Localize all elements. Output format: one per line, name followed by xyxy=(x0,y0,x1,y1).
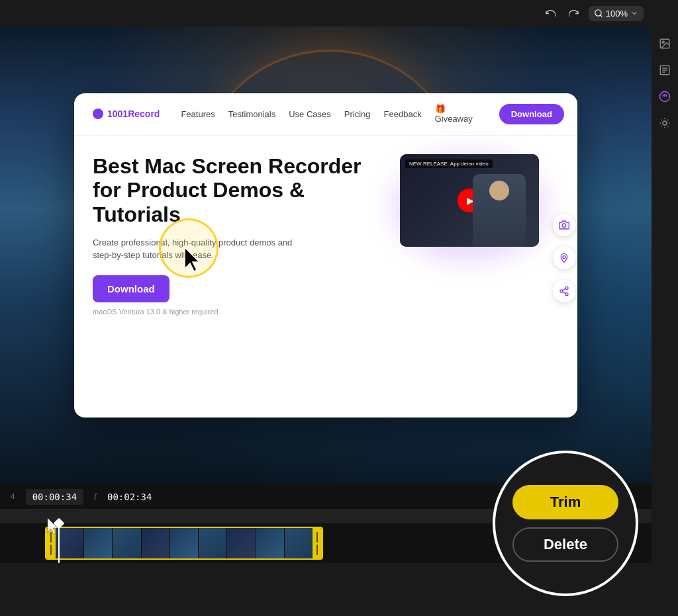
clip-indicator: 4 xyxy=(11,492,15,501)
svg-line-15 xyxy=(563,292,566,294)
svg-line-16 xyxy=(563,288,566,290)
svg-point-13 xyxy=(560,290,563,292)
top-toolbar: 100% xyxy=(0,0,678,26)
hero-subtitle: Create professional, high-quality produc… xyxy=(93,236,305,262)
site-hero: Best Mac Screen Recorder for Product Dem… xyxy=(74,136,577,329)
total-time: 00:02:34 xyxy=(107,492,152,502)
delete-button[interactable]: Delete xyxy=(512,527,618,562)
svg-point-9 xyxy=(663,121,667,125)
sidebar-icon-text[interactable] xyxy=(654,60,675,81)
sidebar-icon-effects[interactable] xyxy=(654,86,675,107)
hero-left: Best Mac Screen Recorder for Product Dem… xyxy=(93,154,387,316)
right-sidebar xyxy=(652,0,678,616)
trim-button[interactable]: Trim xyxy=(512,485,618,519)
nav-testimonials[interactable]: Testimonials xyxy=(228,109,276,119)
nav-features[interactable]: Features xyxy=(181,109,215,119)
time-separator: / xyxy=(94,492,97,502)
trim-delete-popup: Trim Delete xyxy=(493,451,638,596)
canvas-area: 1001Record Features Testimonials Use Cas… xyxy=(0,26,652,484)
nav-feedback[interactable]: Feedback xyxy=(384,109,422,119)
zoom-value: 100% xyxy=(606,9,628,19)
clip-handle-right[interactable] xyxy=(313,528,322,558)
hero-download-button[interactable]: Download xyxy=(93,275,170,302)
sidebar-icon-audio[interactable] xyxy=(654,112,675,134)
svg-point-14 xyxy=(565,292,568,295)
sidebar-icon-image[interactable] xyxy=(654,33,675,54)
website-preview-card: 1001Record Features Testimonials Use Cas… xyxy=(74,93,577,418)
hero-right: NEW RELEASE: App demo video ▶ xyxy=(400,154,559,247)
float-icon-share[interactable] xyxy=(553,280,575,302)
site-logo: 1001Record xyxy=(93,109,160,119)
timeline-cursor xyxy=(46,517,61,538)
nav-giveaway[interactable]: 🎁 Giveaway xyxy=(435,104,473,124)
popup-circle: Trim Delete xyxy=(493,451,638,596)
nav-pricing[interactable]: Pricing xyxy=(344,109,371,119)
current-time-display: 00:00:34 xyxy=(26,489,83,505)
nav-use-cases[interactable]: Use Cases xyxy=(289,109,331,119)
zoom-control[interactable]: 100% xyxy=(589,6,644,21)
hero-title: Best Mac Screen Recorder for Product Dem… xyxy=(93,154,387,227)
hero-version: macOS Ventura 13.0 & higher required xyxy=(93,308,387,316)
logo-dot xyxy=(93,109,103,119)
svg-point-0 xyxy=(595,10,601,16)
float-icon-camera[interactable] xyxy=(553,214,575,236)
svg-point-11 xyxy=(563,255,565,258)
float-icon-location[interactable] xyxy=(553,247,575,269)
video-preview-card[interactable]: NEW RELEASE: App demo video ▶ xyxy=(400,154,539,247)
site-nav: 1001Record Features Testimonials Use Cas… xyxy=(74,93,577,136)
logo-text: 1001Record xyxy=(107,109,160,119)
clip-content xyxy=(56,528,313,558)
video-clip[interactable] xyxy=(45,527,323,560)
undo-button[interactable] xyxy=(541,4,559,22)
nav-download-button[interactable]: Download xyxy=(499,104,564,124)
redo-button[interactable] xyxy=(565,4,583,22)
svg-point-2 xyxy=(662,41,664,43)
svg-point-12 xyxy=(565,286,568,289)
svg-point-10 xyxy=(562,224,565,227)
